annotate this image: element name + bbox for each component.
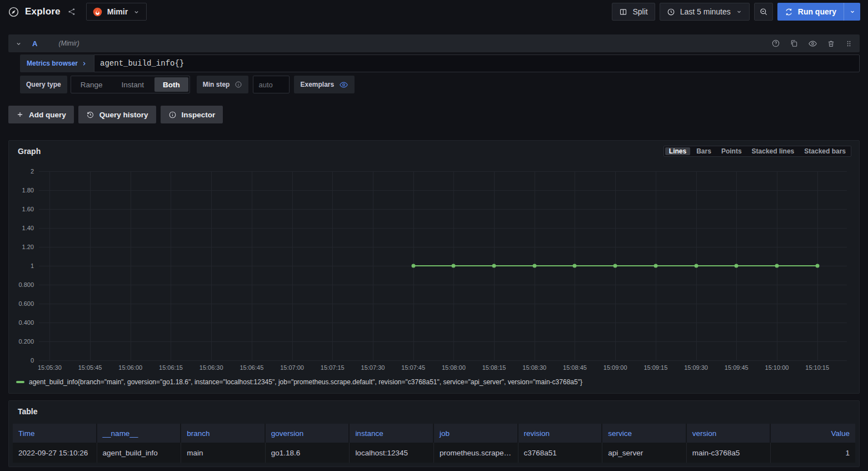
min-step-input[interactable] [253,76,290,93]
column-header-revision[interactable]: revision [518,424,603,443]
y-axis: 21.801.601.401.2010.8000.6000.4000.2000 [12,171,39,360]
data-point [492,264,496,268]
table-panel: Table Time__name__branchgoversioninstanc… [8,400,860,467]
x-tick-label: 15:08:15 [482,364,506,371]
y-tick-label: 0.800 [18,281,34,288]
table-panel-header: Table [9,401,859,416]
column-header-job[interactable]: job [434,424,518,443]
column-header-version[interactable]: version [687,424,771,443]
data-point [411,264,415,268]
question-circle-icon[interactable] [771,39,780,48]
query-datasource-hint: (Mimir) [58,39,79,47]
column-header-branch[interactable]: branch [181,424,266,443]
inspector-button[interactable]: Inspector [161,106,223,123]
zoom-out-button[interactable] [754,3,773,21]
plus-icon [16,111,24,118]
query-options-row: Query type RangeInstantBoth Min step Exe… [20,76,860,93]
column-header-service[interactable]: service [602,424,687,443]
legend-series-name[interactable]: agent_build_info{branch="main", goversio… [29,378,582,386]
query-ref-id: A [32,39,37,48]
query-history-button[interactable]: Query history [78,106,156,123]
add-query-label: Add query [29,111,66,119]
x-tick-label: 15:06:30 [199,364,223,371]
top-bar-actions: Split Last 5 minutes Run query [612,3,860,21]
top-bar: Explore Mimir Split Last 5 minutes [0,0,868,23]
query-type-option-range[interactable]: Range [71,76,112,93]
y-tick-label: 1.80 [22,187,34,194]
display-mode-toggle: LinesBarsPointsStacked linesStacked bars [664,146,851,157]
grip-dots-icon[interactable] [845,39,853,48]
query-editor: A (Mimir) [8,34,860,93]
trash-icon[interactable] [827,39,835,48]
x-tick-label: 15:10:15 [805,364,829,371]
graph-panel-header: Graph LinesBarsPointsStacked linesStacke… [9,141,859,157]
query-row-actions [771,39,853,48]
table-cell: 2022-09-27 15:10:26 [13,443,97,463]
data-point [775,264,779,268]
x-tick-label: 15:05:45 [78,364,102,371]
x-tick-label: 15:09:00 [603,364,627,371]
results-table-wrap: Time__name__branchgoversioninstancejobre… [9,416,859,467]
data-point [613,264,617,268]
angle-right-icon [81,61,87,67]
graph-panel-title: Graph [18,146,41,156]
chevron-down-icon [736,8,742,15]
query-type-option-both[interactable]: Both [154,77,188,92]
query-field-row: Metrics browser [20,54,860,72]
run-query-button[interactable]: Run query [777,3,860,21]
column-header--name-[interactable]: __name__ [97,424,182,443]
time-range-picker[interactable]: Last 5 minutes [660,3,750,21]
display-mode-points[interactable]: Points [716,146,747,156]
eye-icon[interactable] [339,80,348,90]
flame-icon [93,7,102,17]
x-tick-label: 15:05:30 [38,364,62,371]
chevron-down-icon [133,8,140,16]
table-row: 2022-09-27 15:10:26agent_build_infomaing… [13,443,855,463]
data-point [815,264,819,268]
run-query-dropdown[interactable] [844,3,860,21]
query-history-label: Query history [99,111,148,119]
y-tick-label: 1.60 [22,206,34,212]
collapse-query-icon[interactable] [15,40,22,47]
split-button[interactable]: Split [612,3,655,21]
y-tick-label: 0 [31,357,34,364]
table-cell: api_server [602,443,687,463]
share-icon[interactable] [66,6,77,17]
magnifier-minus-icon [759,7,768,16]
y-tick-label: 1.20 [22,244,34,250]
add-query-button[interactable]: Add query [8,106,74,123]
x-tick-label: 15:08:30 [522,364,546,371]
inspector-label: Inspector [182,111,216,119]
eye-icon[interactable] [808,39,817,48]
column-header-value[interactable]: Value [771,424,855,443]
table-cell: localhost:12345 [350,443,434,463]
column-header-goversion[interactable]: goversion [266,424,350,443]
display-mode-stacked-bars[interactable]: Stacked bars [799,146,851,156]
copy-icon[interactable] [790,39,799,48]
display-mode-bars[interactable]: Bars [691,146,716,156]
plot-area[interactable] [39,171,847,360]
series-line [39,171,847,360]
query-type-option-instant[interactable]: Instant [112,76,154,93]
table-cell: 1 [771,443,855,463]
display-mode-lines[interactable]: Lines [665,147,690,155]
x-tick-label: 15:07:15 [321,364,345,371]
x-tick-label: 15:06:15 [159,364,183,371]
query-type-label: Query type [20,76,67,93]
metrics-browser-button[interactable]: Metrics browser [20,54,94,72]
table-body: 2022-09-27 15:10:26agent_build_infomaing… [13,443,855,463]
datasource-name: Mimir [107,7,128,16]
info-circle-icon [168,111,177,119]
column-header-time[interactable]: Time [13,424,97,443]
display-mode-stacked-lines[interactable]: Stacked lines [747,146,800,156]
x-axis: 15:05:3015:05:4515:06:0015:06:1515:06:30… [39,360,847,374]
query-expression-input[interactable] [94,54,860,72]
refresh-icon [785,8,793,16]
datasource-picker[interactable]: Mimir [86,3,147,21]
x-tick-label: 15:06:00 [118,364,142,371]
x-tick-label: 15:08:45 [563,364,587,371]
exemplars-toggle[interactable]: Exemplars [294,76,355,93]
x-tick-label: 15:08:00 [442,364,466,371]
results-table: Time__name__branchgoversioninstancejobre… [13,424,855,463]
column-header-instance[interactable]: instance [350,424,434,443]
